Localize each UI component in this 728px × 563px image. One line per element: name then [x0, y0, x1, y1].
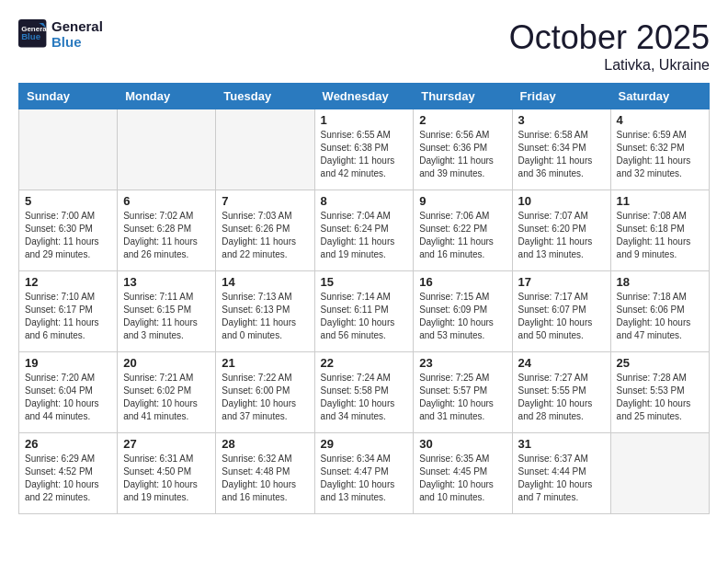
calendar-cell: 9Sunrise: 7:06 AM Sunset: 6:22 PM Daylig… — [414, 190, 512, 271]
calendar-header-row: SundayMondayTuesdayWednesdayThursdayFrid… — [19, 84, 710, 109]
day-header-wednesday: Wednesday — [314, 84, 414, 109]
day-info: Sunrise: 6:37 AM Sunset: 4:44 PM Dayligh… — [518, 453, 605, 504]
day-info: Sunrise: 6:59 AM Sunset: 6:32 PM Dayligh… — [617, 129, 703, 180]
day-info: Sunrise: 7:02 AM Sunset: 6:28 PM Dayligh… — [123, 210, 210, 261]
day-header-friday: Friday — [512, 84, 610, 109]
day-number: 6 — [123, 194, 210, 208]
day-number: 19 — [25, 356, 111, 370]
day-number: 4 — [617, 113, 703, 127]
day-header-tuesday: Tuesday — [216, 84, 314, 109]
calendar-cell: 1Sunrise: 6:55 AM Sunset: 6:38 PM Daylig… — [314, 109, 414, 190]
day-info: Sunrise: 7:20 AM Sunset: 6:04 PM Dayligh… — [25, 372, 111, 423]
day-info: Sunrise: 7:15 AM Sunset: 6:09 PM Dayligh… — [419, 291, 506, 342]
calendar-cell — [19, 109, 118, 190]
calendar-cell: 25Sunrise: 7:28 AM Sunset: 5:53 PM Dayli… — [610, 352, 709, 433]
day-info: Sunrise: 7:18 AM Sunset: 6:06 PM Dayligh… — [617, 291, 703, 342]
day-info: Sunrise: 7:00 AM Sunset: 6:30 PM Dayligh… — [25, 210, 111, 261]
day-number: 26 — [25, 437, 111, 451]
calendar-cell: 19Sunrise: 7:20 AM Sunset: 6:04 PM Dayli… — [19, 352, 118, 433]
calendar-cell: 30Sunrise: 6:35 AM Sunset: 4:45 PM Dayli… — [414, 433, 512, 514]
calendar-cell: 28Sunrise: 6:32 AM Sunset: 4:48 PM Dayli… — [216, 433, 314, 514]
day-number: 2 — [419, 113, 506, 127]
calendar-cell: 16Sunrise: 7:15 AM Sunset: 6:09 PM Dayli… — [414, 271, 512, 352]
week-row-5: 26Sunrise: 6:29 AM Sunset: 4:52 PM Dayli… — [19, 433, 710, 514]
day-number: 28 — [222, 437, 308, 451]
calendar-cell — [610, 433, 709, 514]
calendar-cell: 21Sunrise: 7:22 AM Sunset: 6:00 PM Dayli… — [216, 352, 314, 433]
day-number: 10 — [518, 194, 605, 208]
day-number: 18 — [617, 275, 703, 289]
week-row-4: 19Sunrise: 7:20 AM Sunset: 6:04 PM Dayli… — [19, 352, 710, 433]
day-info: Sunrise: 7:28 AM Sunset: 5:53 PM Dayligh… — [617, 372, 703, 423]
calendar-cell: 8Sunrise: 7:04 AM Sunset: 6:24 PM Daylig… — [314, 190, 414, 271]
title-block: October 2025 Lativka, Ukraine — [509, 18, 710, 74]
day-number: 22 — [321, 356, 408, 370]
logo: General Blue General Blue — [18, 18, 103, 50]
calendar-cell: 5Sunrise: 7:00 AM Sunset: 6:30 PM Daylig… — [19, 190, 118, 271]
day-info: Sunrise: 6:58 AM Sunset: 6:34 PM Dayligh… — [518, 129, 605, 180]
day-number: 15 — [321, 275, 408, 289]
day-number: 7 — [222, 194, 308, 208]
day-info: Sunrise: 7:06 AM Sunset: 6:22 PM Dayligh… — [419, 210, 506, 261]
calendar-cell: 23Sunrise: 7:25 AM Sunset: 5:57 PM Dayli… — [414, 352, 512, 433]
day-info: Sunrise: 7:27 AM Sunset: 5:55 PM Dayligh… — [518, 372, 605, 423]
day-number: 1 — [321, 113, 408, 127]
calendar-cell: 2Sunrise: 6:56 AM Sunset: 6:36 PM Daylig… — [414, 109, 512, 190]
logo-line1: General — [51, 18, 103, 34]
calendar-cell: 17Sunrise: 7:17 AM Sunset: 6:07 PM Dayli… — [512, 271, 610, 352]
calendar-cell: 20Sunrise: 7:21 AM Sunset: 6:02 PM Dayli… — [118, 352, 216, 433]
day-number: 5 — [25, 194, 111, 208]
day-info: Sunrise: 6:31 AM Sunset: 4:50 PM Dayligh… — [123, 453, 210, 504]
week-row-2: 5Sunrise: 7:00 AM Sunset: 6:30 PM Daylig… — [19, 190, 710, 271]
day-number: 20 — [123, 356, 210, 370]
month-title: October 2025 — [509, 18, 710, 57]
day-info: Sunrise: 7:10 AM Sunset: 6:17 PM Dayligh… — [25, 291, 111, 342]
calendar-cell: 29Sunrise: 6:34 AM Sunset: 4:47 PM Dayli… — [314, 433, 414, 514]
day-number: 13 — [123, 275, 210, 289]
calendar-cell: 3Sunrise: 6:58 AM Sunset: 6:34 PM Daylig… — [512, 109, 610, 190]
calendar-cell: 11Sunrise: 7:08 AM Sunset: 6:18 PM Dayli… — [610, 190, 709, 271]
week-row-1: 1Sunrise: 6:55 AM Sunset: 6:38 PM Daylig… — [19, 109, 710, 190]
day-number: 3 — [518, 113, 605, 127]
day-info: Sunrise: 7:21 AM Sunset: 6:02 PM Dayligh… — [123, 372, 210, 423]
day-info: Sunrise: 6:35 AM Sunset: 4:45 PM Dayligh… — [419, 453, 506, 504]
day-info: Sunrise: 7:07 AM Sunset: 6:20 PM Dayligh… — [518, 210, 605, 261]
day-info: Sunrise: 6:32 AM Sunset: 4:48 PM Dayligh… — [222, 453, 308, 504]
calendar-cell: 22Sunrise: 7:24 AM Sunset: 5:58 PM Dayli… — [314, 352, 414, 433]
day-info: Sunrise: 6:34 AM Sunset: 4:47 PM Dayligh… — [321, 453, 408, 504]
day-number: 30 — [419, 437, 506, 451]
day-info: Sunrise: 6:29 AM Sunset: 4:52 PM Dayligh… — [25, 453, 111, 504]
day-number: 11 — [617, 194, 703, 208]
day-number: 12 — [25, 275, 111, 289]
day-info: Sunrise: 6:56 AM Sunset: 6:36 PM Dayligh… — [419, 129, 506, 180]
calendar-cell — [216, 109, 314, 190]
calendar-cell: 4Sunrise: 6:59 AM Sunset: 6:32 PM Daylig… — [610, 109, 709, 190]
logo-line2: Blue — [51, 34, 103, 50]
day-number: 31 — [518, 437, 605, 451]
day-number: 23 — [419, 356, 506, 370]
calendar-table: SundayMondayTuesdayWednesdayThursdayFrid… — [18, 83, 710, 514]
day-info: Sunrise: 7:24 AM Sunset: 5:58 PM Dayligh… — [321, 372, 408, 423]
calendar-cell: 7Sunrise: 7:03 AM Sunset: 6:26 PM Daylig… — [216, 190, 314, 271]
day-number: 29 — [321, 437, 408, 451]
day-header-saturday: Saturday — [610, 84, 709, 109]
day-info: Sunrise: 7:14 AM Sunset: 6:11 PM Dayligh… — [321, 291, 408, 342]
calendar-cell: 12Sunrise: 7:10 AM Sunset: 6:17 PM Dayli… — [19, 271, 118, 352]
logo-icon: General Blue — [18, 19, 48, 49]
calendar-cell: 10Sunrise: 7:07 AM Sunset: 6:20 PM Dayli… — [512, 190, 610, 271]
day-number: 16 — [419, 275, 506, 289]
day-info: Sunrise: 7:04 AM Sunset: 6:24 PM Dayligh… — [321, 210, 408, 261]
svg-text:Blue: Blue — [21, 31, 40, 41]
calendar-cell: 24Sunrise: 7:27 AM Sunset: 5:55 PM Dayli… — [512, 352, 610, 433]
day-header-sunday: Sunday — [19, 84, 118, 109]
day-number: 25 — [617, 356, 703, 370]
day-info: Sunrise: 7:11 AM Sunset: 6:15 PM Dayligh… — [123, 291, 210, 342]
day-number: 17 — [518, 275, 605, 289]
day-number: 24 — [518, 356, 605, 370]
day-header-monday: Monday — [118, 84, 216, 109]
day-number: 21 — [222, 356, 308, 370]
day-info: Sunrise: 7:17 AM Sunset: 6:07 PM Dayligh… — [518, 291, 605, 342]
calendar-cell — [118, 109, 216, 190]
day-number: 9 — [419, 194, 506, 208]
day-info: Sunrise: 6:55 AM Sunset: 6:38 PM Dayligh… — [321, 129, 408, 180]
